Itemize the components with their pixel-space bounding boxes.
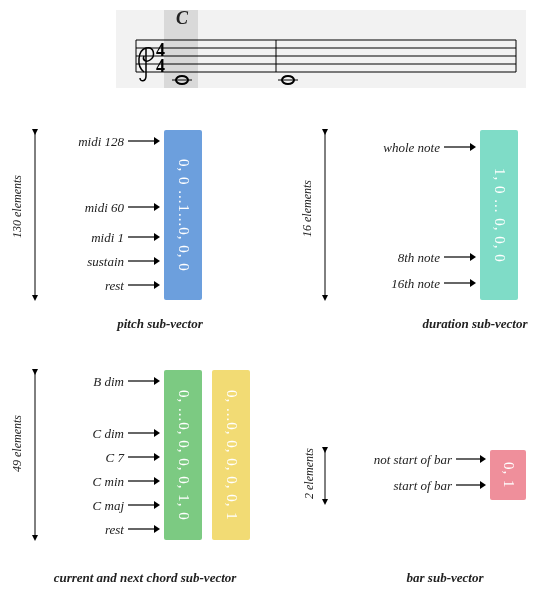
music-notation-panel: C 4 4 <box>116 10 526 88</box>
chord-label-cmaj: C maj <box>40 498 124 514</box>
arrow-icon <box>128 200 160 214</box>
pitch-caption: pitch sub-vector <box>90 316 230 332</box>
arrow-icon <box>128 426 160 440</box>
chord-label-cdim: C dim <box>40 426 124 442</box>
duration-label-sixteenth: 16th note <box>336 276 440 292</box>
pitch-label-sustain: sustain <box>40 254 124 270</box>
chord-axis-label: 49 elements <box>10 415 25 472</box>
arrow-icon <box>128 230 160 244</box>
arrow-icon <box>128 134 160 148</box>
music-staff-icon: 4 4 <box>116 10 526 88</box>
arrow-icon <box>444 250 476 264</box>
chord-caption: current and next chord sub-vector <box>20 570 270 586</box>
chord-label-rest: rest <box>40 522 124 538</box>
arrow-icon <box>128 522 160 536</box>
pitch-label-rest: rest <box>40 278 124 294</box>
duration-label-whole: whole note <box>336 140 440 156</box>
chord-group: 49 elements 0, ...0, 0, 0, 0, 1, 0 0, ..… <box>0 360 280 590</box>
arrow-icon <box>456 452 486 466</box>
arrow-icon <box>128 374 160 388</box>
duration-label-eighth: 8th note <box>336 250 440 266</box>
chord-label-cmin: C min <box>40 474 124 490</box>
chord-current-vector: 0, ...0, 0, 0, 0, 1, 0 <box>164 370 202 540</box>
chord-next-vector: 0, ...0, 0, 0, 0, 0, 1 <box>212 370 250 540</box>
chord-label-c7: C 7 <box>40 450 124 466</box>
bar-label-notstart: not start of bar <box>334 452 452 468</box>
pitch-label-midi128: midi 128 <box>40 134 124 150</box>
pitch-label-midi1: midi 1 <box>40 230 124 246</box>
duration-caption: duration sub-vector <box>400 316 548 332</box>
bar-caption: bar sub-vector <box>370 570 520 586</box>
duration-axis-label: 16 elements <box>300 180 315 237</box>
duration-bracket-icon <box>318 130 332 300</box>
bar-group: 2 elements 0, 1 not start of bar start o… <box>290 420 548 580</box>
pitch-group: 130 elements 0, 0 ...1...0, 0, 0 midi 12… <box>0 120 260 320</box>
chord-label-bdim: B dim <box>40 374 124 390</box>
duration-vector: 1, 0 ... 0, 0, 0 <box>480 130 518 300</box>
pitch-axis-label: 130 elements <box>10 175 25 238</box>
bar-label-start: start of bar <box>334 478 452 494</box>
arrow-icon <box>128 474 160 488</box>
pitch-label-midi60: midi 60 <box>40 200 124 216</box>
duration-group: 16 elements 1, 0 ... 0, 0, 0 whole note … <box>290 120 548 320</box>
arrow-icon <box>128 254 160 268</box>
arrow-icon <box>128 450 160 464</box>
bar-axis-label: 2 elements <box>302 448 317 499</box>
bar-vector: 0, 1 <box>490 450 526 500</box>
arrow-icon <box>128 498 160 512</box>
arrow-icon <box>444 276 476 290</box>
arrow-icon <box>128 278 160 292</box>
arrow-icon <box>456 478 486 492</box>
bar-bracket-icon <box>318 448 332 504</box>
arrow-icon <box>444 140 476 154</box>
svg-text:4: 4 <box>156 56 165 76</box>
pitch-vector: 0, 0 ...1...0, 0, 0 <box>164 130 202 300</box>
